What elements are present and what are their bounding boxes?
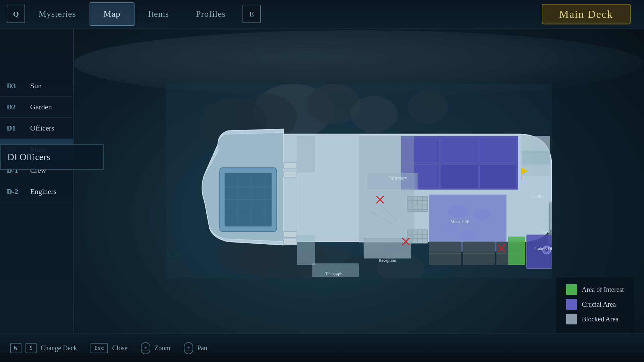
control-change-deck: W S Change Deck bbox=[10, 343, 77, 353]
mouse-left-icon bbox=[141, 342, 150, 354]
deck-id-d2: D2 bbox=[7, 103, 23, 111]
deck-item-dm2[interactable]: D-2 Enginers bbox=[0, 181, 73, 202]
svg-rect-22 bbox=[283, 231, 297, 238]
change-deck-label: Change Deck bbox=[41, 344, 77, 352]
deck-name-d2: Garden bbox=[30, 103, 52, 111]
svg-rect-23 bbox=[283, 239, 297, 245]
svg-point-4 bbox=[351, 96, 397, 133]
deck-sidebar: D3 Sun D2 Garden D1 Officers D0 Main D-1… bbox=[0, 29, 74, 362]
legend-item-crucial-area: Crucial Area bbox=[566, 299, 624, 310]
legend-item-area-of-interest: Area of Interest bbox=[566, 284, 624, 295]
key-w-icon: W bbox=[10, 343, 21, 353]
ship-map-svg[interactable]: Infirmary Mess Hall Mess Hall Galley Rec… bbox=[166, 84, 552, 278]
map-legend: Area of Interest Crucial Area Blocked Ar… bbox=[556, 277, 634, 335]
svg-text:Mess Hall: Mess Hall bbox=[542, 229, 552, 234]
key-q-button[interactable]: Q bbox=[7, 5, 25, 23]
tab-map[interactable]: Map bbox=[90, 2, 135, 26]
legend-color-green bbox=[566, 284, 577, 295]
svg-text:Reception: Reception bbox=[379, 258, 396, 263]
control-pan: Pan bbox=[184, 342, 207, 354]
zoom-label: Zoom bbox=[154, 344, 170, 352]
deck-title: Main Deck bbox=[542, 4, 631, 24]
legend-color-gray bbox=[566, 314, 577, 324]
svg-rect-54 bbox=[522, 151, 550, 164]
deck-item-d2[interactable]: D2 Garden bbox=[0, 97, 73, 118]
di-officers-panel: DI Officers bbox=[0, 144, 104, 170]
key-e-button[interactable]: E bbox=[243, 5, 261, 23]
deck-id-dm2: D-2 bbox=[7, 187, 23, 196]
control-zoom: Zoom bbox=[141, 342, 170, 354]
di-officers-title: DI Officers bbox=[7, 152, 50, 162]
tab-mysteries[interactable]: Mysteries bbox=[25, 2, 90, 26]
svg-rect-76 bbox=[359, 136, 414, 243]
legend-label-crucial-area: Crucial Area bbox=[582, 301, 616, 308]
svg-text:Infirmary: Infirmary bbox=[389, 175, 407, 180]
svg-point-49 bbox=[459, 230, 477, 240]
svg-text:Isabel's Office: Isabel's Office bbox=[535, 246, 552, 251]
bottom-bar: W S Change Deck Esc Close Zoom Pan bbox=[0, 333, 644, 362]
deck-name-d3: Sun bbox=[30, 82, 42, 90]
legend-color-blue bbox=[566, 299, 577, 310]
tab-profiles[interactable]: Profiles bbox=[182, 2, 239, 26]
legend-item-blocked-area: Blocked Area bbox=[566, 314, 624, 324]
svg-rect-74 bbox=[297, 136, 315, 173]
svg-rect-75 bbox=[297, 235, 315, 265]
svg-rect-21 bbox=[283, 171, 297, 177]
svg-point-47 bbox=[448, 205, 468, 218]
deck-name-d1: Officers bbox=[30, 124, 54, 133]
svg-rect-31 bbox=[480, 164, 517, 188]
mouse-dot bbox=[145, 347, 147, 349]
svg-text:Mess Hall: Mess Hall bbox=[450, 219, 469, 224]
svg-rect-27 bbox=[441, 138, 478, 163]
mouse-right-icon bbox=[184, 342, 193, 354]
deck-name-dm2: Enginers bbox=[30, 187, 56, 196]
tab-items[interactable]: Items bbox=[135, 2, 182, 26]
svg-point-5 bbox=[408, 91, 448, 124]
deck-id-d1: D1 bbox=[7, 124, 23, 133]
legend-label-blocked-area: Blocked Area bbox=[582, 315, 619, 323]
svg-text:Telegraph: Telegraph bbox=[325, 271, 342, 276]
legend-label-area-of-interest: Area of Interest bbox=[582, 286, 624, 294]
pan-label: Pan bbox=[197, 344, 207, 352]
nav-bar: Q Mysteries Map Items Profiles E Main De… bbox=[0, 0, 644, 29]
svg-rect-20 bbox=[283, 163, 297, 169]
svg-rect-28 bbox=[480, 138, 517, 163]
deck-id-d3: D3 bbox=[7, 82, 23, 90]
mouse-dot-2 bbox=[187, 347, 190, 349]
key-esc-icon: Esc bbox=[91, 343, 108, 353]
svg-point-48 bbox=[473, 209, 490, 221]
svg-rect-56 bbox=[549, 203, 552, 230]
key-s-icon: S bbox=[25, 343, 37, 353]
close-label: Close bbox=[112, 344, 127, 352]
svg-text:Galley: Galley bbox=[532, 194, 544, 199]
control-close[interactable]: Esc Close bbox=[91, 343, 127, 353]
deck-item-d1[interactable]: D1 Officers bbox=[0, 118, 73, 139]
svg-rect-30 bbox=[441, 164, 478, 188]
svg-rect-69 bbox=[508, 237, 525, 265]
deck-item-d3[interactable]: D3 Sun bbox=[0, 75, 73, 97]
